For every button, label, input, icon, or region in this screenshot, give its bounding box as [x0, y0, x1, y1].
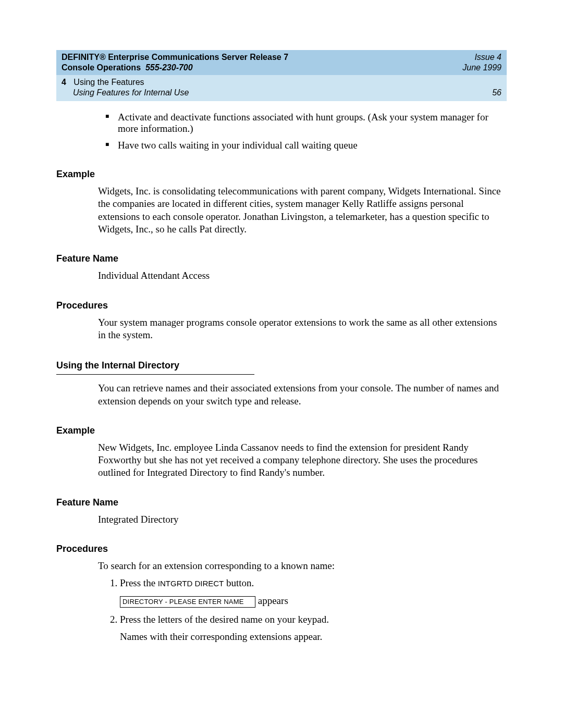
procedure-step: Press the INTGRTD DIRECT button. DIRECTO… [120, 576, 507, 607]
issue-text: Issue 4 [462, 52, 501, 63]
procedure-steps-list: Press the INTGRTD DIRECT button. DIRECTO… [98, 576, 507, 644]
header-title-block: DEFINITY® Enterprise Communications Serv… [62, 52, 288, 73]
feature-name-heading: Feature Name [56, 253, 507, 264]
feature-name-text: Individual Attendant Access [98, 269, 507, 282]
list-item: Activate and deactivate functions associ… [118, 112, 507, 134]
chapter-block: 4 Using the Features Using Features for … [62, 77, 189, 98]
page-body: Activate and deactivate functions associ… [56, 112, 507, 644]
procedure-step: Press the letters of the desired name on… [120, 613, 507, 644]
subsection-title: Using Features for Internal Use [73, 88, 189, 98]
feature-name-heading: Feature Name [56, 497, 507, 508]
procedures-paragraph: Your system manager programs console ope… [98, 316, 507, 342]
step-text: Press the letters of the desired name on… [120, 614, 329, 625]
chapter-title: Using the Features [74, 78, 144, 87]
product-title: DEFINITY® Enterprise Communications Serv… [62, 53, 288, 61]
header-issue-block: Issue 4 June 1999 [462, 52, 501, 73]
procedures-heading: Procedures [56, 300, 507, 311]
issue-date: June 1999 [462, 63, 501, 73]
step-text-post: button. [224, 577, 254, 588]
page: DEFINITY® Enterprise Communications Serv… [0, 0, 563, 711]
page-number: 56 [492, 88, 501, 97]
console-display: DIRECTORY - PLEASE ENTER NAME [120, 596, 255, 608]
example-paragraph: Widgets, Inc. is consolidating telecommu… [98, 185, 507, 236]
procedures-heading: Procedures [56, 544, 507, 554]
header-bottom-bar: 4 Using the Features Using Features for … [56, 75, 507, 101]
example-heading: Example [56, 425, 507, 436]
list-item: Have two calls waiting in your individua… [118, 140, 507, 151]
procedures-intro: To search for an extension corresponding… [98, 560, 507, 572]
header-top-bar: DEFINITY® Enterprise Communications Serv… [56, 50, 507, 75]
internal-directory-heading: Using the Internal Directory [56, 360, 254, 375]
example-paragraph: New Widgets, Inc. employee Linda Cassano… [98, 441, 507, 479]
directory-intro: You can retrieve names and their associa… [98, 382, 507, 408]
button-name: INTGRTD DIRECT [158, 579, 224, 588]
example-heading: Example [56, 169, 507, 180]
step-result: DIRECTORY - PLEASE ENTER NAME appears [120, 594, 507, 608]
chapter-number: 4 [62, 78, 66, 87]
step-result: Names with their corresponding extension… [120, 630, 507, 644]
feature-name-text: Integrated Directory [98, 513, 507, 526]
step-text-pre: Press the [120, 577, 158, 588]
intro-bullet-list: Activate and deactivate functions associ… [98, 112, 507, 151]
page-header: DEFINITY® Enterprise Communications Serv… [56, 50, 507, 101]
doc-number: 555-230-700 [145, 63, 193, 72]
console-ops-label: Console Operations [62, 63, 141, 72]
step-result-text: appears [255, 595, 288, 606]
